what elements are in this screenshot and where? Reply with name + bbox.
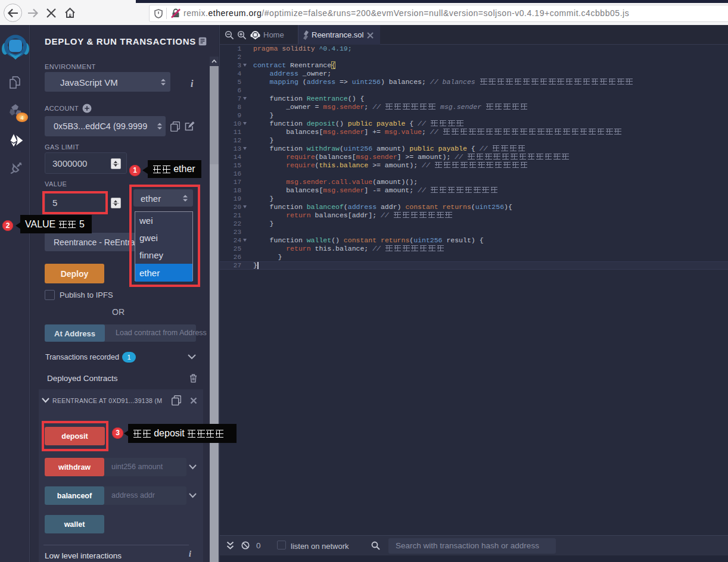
svg-text:4: 4 bbox=[20, 115, 23, 121]
